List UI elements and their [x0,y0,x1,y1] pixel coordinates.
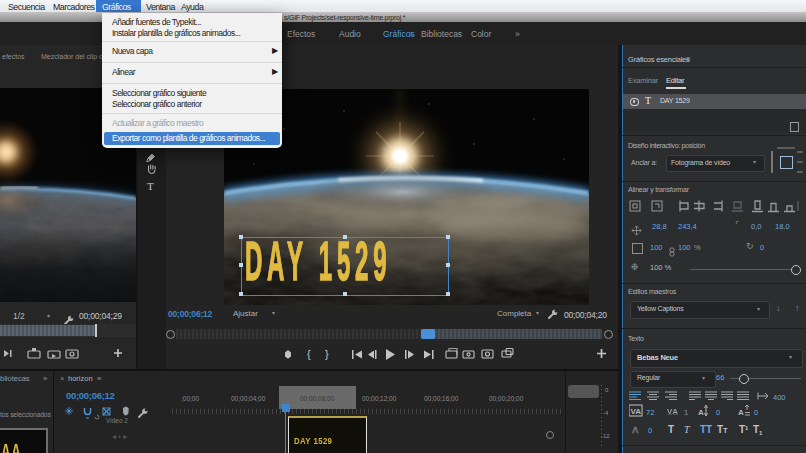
svg-text:{: { [307,348,311,360]
svg-text:T: T [684,424,691,435]
svg-text:72: 72 [646,408,654,417]
svg-text:1: 1 [684,408,688,417]
svg-text:TT: TT [700,424,712,435]
svg-text:VA: VA [631,407,642,416]
svg-text:400: 400 [773,393,786,402]
svg-text:A: A [738,408,744,417]
svg-text:TT: TT [717,424,728,435]
svg-text:T: T [147,180,154,192]
svg-text:}: } [325,348,329,360]
svg-text:A: A [698,408,704,417]
svg-text:0: 0 [716,408,720,417]
svg-text:T1: T1 [753,424,763,436]
svg-text:V̲A̲: V̲A̲ [667,407,679,416]
svg-text:0: 0 [754,408,758,417]
svg-text:0: 0 [648,426,652,435]
svg-text:T: T [668,424,674,435]
svg-text:A: A [632,425,639,435]
svg-text:T1: T1 [739,424,749,435]
